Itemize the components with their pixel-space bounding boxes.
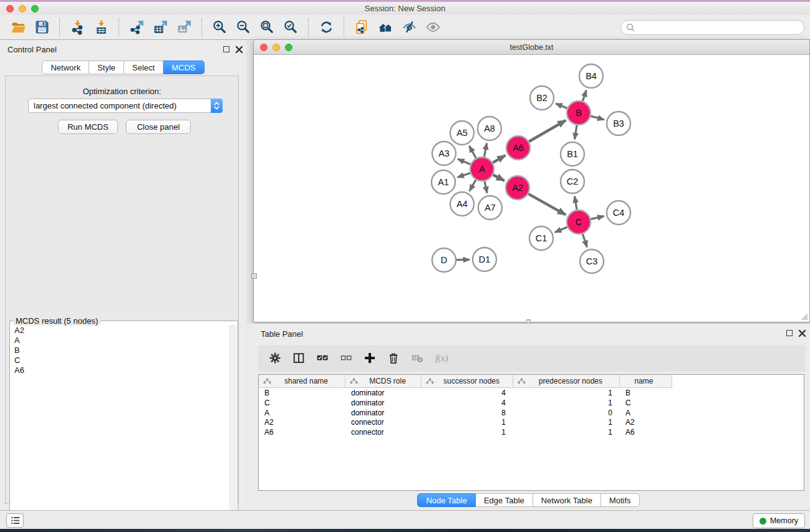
tab-network[interactable]: Network <box>42 60 89 74</box>
graph-node-A7[interactable]: A7 <box>478 196 502 220</box>
graph-node-C1[interactable]: C1 <box>529 226 553 250</box>
table-row[interactable]: Cdominator41C <box>259 399 804 409</box>
graph-edge-B-B3[interactable] <box>591 116 604 120</box>
tab-edge-table[interactable]: Edge Table <box>476 493 533 507</box>
export-table-icon[interactable] <box>150 17 171 37</box>
graph-node-A1[interactable]: A1 <box>432 170 455 194</box>
graph-node-B3[interactable]: B3 <box>607 112 630 135</box>
import-table-icon[interactable] <box>90 17 112 37</box>
mcds-result-item[interactable]: A <box>10 335 229 345</box>
graph-node-C[interactable]: C <box>567 210 591 234</box>
save-session-icon[interactable] <box>31 17 52 37</box>
resize-grip-icon[interactable] <box>799 312 808 321</box>
tab-node-table[interactable]: Node Table <box>417 493 476 507</box>
table-row[interactable]: Bdominator41B <box>259 389 804 399</box>
graph-node-A5[interactable]: A5 <box>450 121 474 145</box>
export-network-icon[interactable] <box>126 17 147 37</box>
graph-edge-A-A7[interactable] <box>485 181 487 193</box>
graph-edge-C-C3[interactable] <box>582 234 587 247</box>
search-box[interactable] <box>620 20 804 35</box>
table-row[interactable]: A6connector11A6 <box>259 428 804 438</box>
home-icon[interactable] <box>375 17 396 37</box>
table-row[interactable]: Adominator80A <box>259 409 804 418</box>
toggle-graphics-details-icon[interactable] <box>398 17 420 37</box>
column-header-successor-nodes[interactable]: successor nodes <box>422 375 513 388</box>
splitter-grip[interactable] <box>251 273 257 279</box>
splitter-grip[interactable] <box>526 319 531 324</box>
graph-edge-A-A5[interactable] <box>470 146 476 158</box>
graph-edge-A-A2[interactable] <box>493 175 504 181</box>
delete-column-icon[interactable] <box>387 351 402 366</box>
node-table[interactable]: shared name MCDS role successor nodes pr… <box>258 374 804 491</box>
graph-node-A8[interactable]: A8 <box>478 117 501 140</box>
close-panel-button[interactable]: Close panel <box>126 120 191 134</box>
column-header-MCDS-role[interactable]: MCDS role <box>345 375 422 388</box>
graph-edge-A-A1[interactable] <box>458 173 470 177</box>
mcds-result-item[interactable]: A6 <box>10 365 229 375</box>
graph-edge-B-B2[interactable] <box>556 104 567 109</box>
graph-node-A[interactable]: A <box>470 157 494 181</box>
graph-node-B2[interactable]: B2 <box>530 86 554 110</box>
graph-node-B4[interactable]: B4 <box>579 64 603 88</box>
graph-edge-A-A3[interactable] <box>458 159 470 164</box>
graph-node-C3[interactable]: C3 <box>580 249 604 273</box>
graph-node-A3[interactable]: A3 <box>432 142 456 165</box>
graph-edge-C-C1[interactable] <box>555 227 567 233</box>
zoom-fit-icon[interactable] <box>256 17 277 37</box>
graph-edge-A2-C[interactable] <box>528 194 566 215</box>
open-session-icon[interactable] <box>7 17 29 37</box>
export-image-icon[interactable] <box>173 17 195 37</box>
graph-edge-A-A4[interactable] <box>470 180 476 191</box>
graph-edge-B-B1[interactable] <box>575 125 577 140</box>
graph-edge-A-A8[interactable] <box>485 143 487 157</box>
mcds-result-item[interactable]: C <box>10 355 229 365</box>
memory-button[interactable]: Memory <box>753 513 805 528</box>
close-panel-icon[interactable] <box>235 45 243 53</box>
graph-node-A4[interactable]: A4 <box>450 192 474 216</box>
graph-edge-A6-B[interactable] <box>529 120 566 142</box>
deselect-all-icon[interactable] <box>339 351 355 366</box>
graph-node-A6[interactable]: A6 <box>506 136 530 160</box>
graph-edge-C-C2[interactable] <box>575 196 577 210</box>
mcds-result-item[interactable]: A2 <box>10 325 229 335</box>
graph-node-A2[interactable]: A2 <box>506 176 529 200</box>
graph-node-B1[interactable]: B1 <box>561 142 584 166</box>
zoom-in-icon[interactable] <box>209 17 230 37</box>
zoom-out-icon[interactable] <box>233 17 254 37</box>
network-window-titlebar[interactable]: testGlobe.txt <box>254 40 809 55</box>
column-header-shared-name[interactable]: shared name <box>259 375 345 388</box>
column-header-predecessor-nodes[interactable]: predecessor nodes <box>513 375 620 388</box>
graph-node-C2[interactable]: C2 <box>561 170 584 193</box>
close-panel-icon[interactable] <box>798 329 806 337</box>
graph-node-D[interactable]: D <box>432 248 456 272</box>
tab-select[interactable]: Select <box>124 60 163 74</box>
import-network-icon[interactable] <box>67 17 88 37</box>
add-column-icon[interactable] <box>363 351 378 366</box>
mcds-scrollbar[interactable] <box>229 325 237 532</box>
graph-edge-A-A6[interactable] <box>493 155 505 163</box>
float-panel-icon[interactable] <box>786 330 793 336</box>
tab-style[interactable]: Style <box>89 60 124 74</box>
tab-mcds[interactable]: MCDS <box>163 60 204 74</box>
tab-network-table[interactable]: Network Table <box>533 493 601 507</box>
show-columns-icon[interactable] <box>292 351 307 366</box>
copy-network-icon[interactable] <box>351 17 372 37</box>
graph-node-C4[interactable]: C4 <box>607 201 630 225</box>
mcds-result-item[interactable]: B <box>10 345 229 355</box>
graph-node-D1[interactable]: D1 <box>473 248 496 271</box>
float-panel-icon[interactable] <box>223 46 229 52</box>
table-row[interactable]: A2connector11A2 <box>259 418 804 428</box>
select-all-icon[interactable] <box>316 351 331 366</box>
optimization-criterion-select[interactable]: largest connected component (directed) <box>28 99 223 113</box>
network-canvas[interactable]: B4 B2 B B3 A8 A5 A6 A3 B1 A A1 C2 A2 <box>254 56 809 321</box>
task-history-button[interactable] <box>6 513 24 528</box>
tab-motifs[interactable]: Motifs <box>601 493 640 507</box>
search-input[interactable] <box>635 23 804 32</box>
zoom-selected-icon[interactable] <box>280 17 301 37</box>
settings-gear-icon[interactable] <box>268 351 284 366</box>
graph-edge-B-B4[interactable] <box>582 90 586 101</box>
run-mcds-button[interactable]: Run MCDS <box>58 120 118 134</box>
graph-edge-C-C4[interactable] <box>591 216 604 220</box>
graph-node-B[interactable]: B <box>567 101 591 125</box>
column-header-name[interactable]: name <box>620 375 672 388</box>
